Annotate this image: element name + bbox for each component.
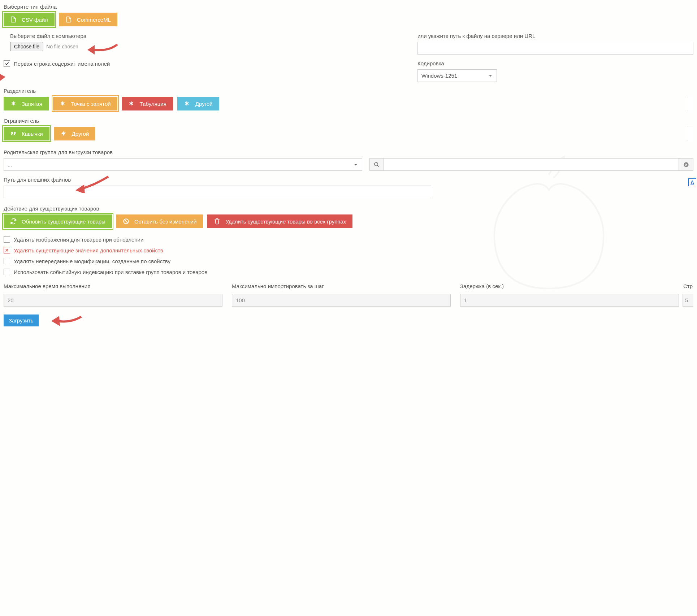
max-time-input[interactable] xyxy=(4,294,222,307)
keep-existing-button[interactable]: Оставить без изменений xyxy=(116,214,203,228)
delay-input[interactable] xyxy=(460,294,679,307)
parent-group-label: Родительская группа для выгрузки товаров xyxy=(4,149,693,155)
first-row-fields-checkbox[interactable] xyxy=(4,60,10,67)
clear-search-button[interactable] xyxy=(679,158,693,171)
encoding-label: Кодировка xyxy=(417,60,693,66)
search-input[interactable] xyxy=(384,158,679,171)
quote-label: Ограничитель xyxy=(4,118,693,124)
external-path-label: Путь для внешних файлов xyxy=(4,177,693,183)
first-row-fields-label: Первая строка содержит имена полей xyxy=(14,61,110,67)
delete-existing-button[interactable]: Удалить существующие товары во всех груп… xyxy=(207,214,352,228)
ban-icon xyxy=(123,218,129,225)
file-icon xyxy=(10,16,17,23)
delimiter-comma-button[interactable]: ✱ Запятая xyxy=(4,97,49,110)
quote-icon xyxy=(10,130,17,137)
asterisk-icon: ✱ xyxy=(60,100,66,107)
delay-label: Задержка (в сек.) xyxy=(460,283,679,291)
delete-mods-checkbox[interactable] xyxy=(4,258,10,264)
delete-images-checkbox[interactable] xyxy=(4,236,10,243)
update-existing-button[interactable]: Обновить существующие товары xyxy=(4,214,112,228)
encoding-select[interactable]: Windows-1251 xyxy=(417,69,497,82)
svg-point-0 xyxy=(375,162,378,166)
asterisk-icon: ✱ xyxy=(128,100,135,107)
no-file-chosen-text: No file chosen xyxy=(46,44,78,49)
asterisk-icon: ✱ xyxy=(184,100,190,107)
bolt-icon xyxy=(60,130,67,137)
delete-images-label: Удалять изображения для товаров при обно… xyxy=(14,237,143,243)
file-icon xyxy=(65,16,72,23)
server-path-label: или укажите путь к файлу на сервере или … xyxy=(417,33,693,39)
commerceml-button[interactable]: CommerceML xyxy=(59,13,117,26)
partial-label: Стр xyxy=(683,283,693,289)
per-step-input[interactable] xyxy=(232,294,451,307)
delete-mods-label: Удалять непереданные модификации, создан… xyxy=(14,258,170,264)
external-path-input[interactable] xyxy=(4,186,431,198)
delete-props-label: Удалять существующие значения дополнител… xyxy=(14,247,163,253)
search-button[interactable] xyxy=(369,158,384,171)
choose-file-button[interactable]: Choose file xyxy=(10,42,43,51)
server-path-input[interactable] xyxy=(417,42,693,55)
delimiter-tab-button[interactable]: ✱ Табуляция xyxy=(122,97,173,110)
arrow-annotation xyxy=(0,70,5,83)
delimiter-semicolon-button[interactable]: ✱ Точка с запятой xyxy=(53,97,117,110)
event-index-checkbox[interactable] xyxy=(4,269,10,275)
partial-input[interactable] xyxy=(683,294,693,307)
max-time-label: Максимальное время выполнения xyxy=(4,283,222,291)
delimiter-other-button[interactable]: ✱ Другой xyxy=(177,97,219,110)
event-index-label: Использовать событийную индексацию при в… xyxy=(14,269,207,275)
cutoff-input xyxy=(687,97,693,111)
existing-action-label: Действие для существующих товаров xyxy=(4,205,693,212)
refresh-icon xyxy=(10,218,17,225)
submit-button[interactable]: Загрузить xyxy=(4,314,39,326)
parent-group-select[interactable]: ... xyxy=(4,158,362,171)
per-step-label: Максимально импортировать за шаг xyxy=(232,283,451,291)
delete-props-checkbox[interactable] xyxy=(4,247,10,253)
trash-icon xyxy=(214,218,220,225)
arrow-annotation xyxy=(51,313,83,327)
cutoff-input xyxy=(687,127,693,141)
quote-other-button[interactable]: Другой xyxy=(54,127,96,140)
local-file-label: Выберите файл с компьютера xyxy=(10,33,410,39)
asterisk-icon: ✱ xyxy=(10,100,17,107)
csv-file-button[interactable]: CSV-файл xyxy=(4,13,55,26)
delimiter-label: Разделитель xyxy=(4,88,693,94)
file-type-label: Выберите тип файла xyxy=(4,4,693,10)
quote-quotes-button[interactable]: Кавычки xyxy=(4,127,49,140)
